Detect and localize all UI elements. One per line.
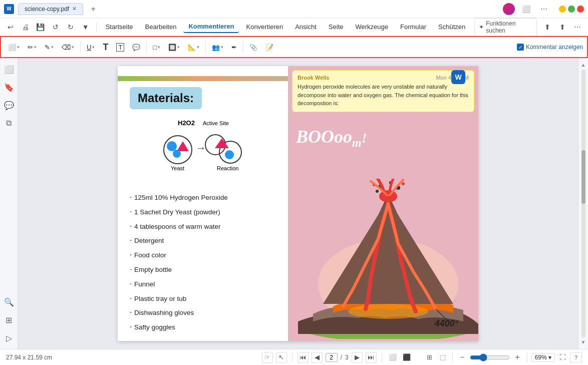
word-floating-icon[interactable]: W [451, 70, 465, 84]
more-options-icon[interactable]: ⋯ [537, 2, 551, 16]
page-navigation: ☞ ↖ ⏮ ◀ / 3 ▶ ⏭ ⬜ ⬛ [262, 352, 412, 363]
underline-dropdown-icon[interactable]: ▾ [92, 45, 95, 50]
next-page-button[interactable]: ▶ [352, 352, 363, 363]
title-bar-left: W science-copy.pdf ✕ + [4, 3, 503, 15]
menu-kommentieren[interactable]: Kommentieren [183, 21, 239, 33]
pencil-dropdown-icon[interactable]: ▾ [51, 45, 54, 50]
scroll-down-icon[interactable]: ▼ [581, 339, 586, 345]
measure-tool-button[interactable]: 📐 ▾ [185, 42, 202, 53]
scroll-up-icon[interactable]: ▲ [581, 62, 586, 68]
underline-tool-button[interactable]: U ▾ [84, 42, 98, 53]
last-page-button[interactable]: ⏭ [366, 352, 377, 363]
sidebar-pages-icon[interactable]: ⬜ [2, 62, 16, 76]
page-separator: / [341, 354, 342, 361]
prev-page-button[interactable]: ◀ [312, 352, 323, 363]
redo-icon[interactable]: ↻ [64, 20, 77, 34]
svg-point-20 [376, 190, 379, 193]
shape-tool-button[interactable]: □ ▾ [150, 42, 163, 53]
right-sidebar: ▲ ▼ [578, 58, 588, 349]
text-tool-button[interactable]: T [100, 40, 111, 55]
show-comment-toggle[interactable]: ✓ Kommentar anzeigen [517, 44, 583, 51]
pdf-page: Materials: H2O2 Active Site [118, 66, 478, 341]
help-button[interactable]: ? [570, 352, 582, 363]
more-menu-icon[interactable]: ⋯ [571, 20, 584, 34]
sidebar-layers-icon[interactable]: ⧉ [2, 116, 16, 130]
tab-item[interactable]: science-copy.pdf ✕ [18, 3, 83, 15]
save-icon[interactable]: 💾 [34, 20, 47, 34]
attach-icon: 📎 [249, 44, 257, 51]
eraser-icon: ⌫ [62, 44, 71, 51]
pointer-tool-button[interactable]: ↖ [276, 352, 287, 363]
select-tool-button[interactable]: ⬜ ▾ [5, 42, 23, 53]
current-page-input[interactable] [326, 353, 338, 362]
callout-tool-button[interactable]: 💬 [129, 42, 143, 53]
undo2-icon[interactable]: ↺ [49, 20, 62, 34]
pencil-tool-button[interactable]: ✎ ▾ [42, 42, 57, 53]
view-toggle-button[interactable]: ⬚ [437, 352, 448, 363]
menu-formular[interactable]: Formular [395, 21, 431, 33]
zoom-slider[interactable] [470, 353, 510, 361]
eraser-tool-button[interactable]: ⌫ ▾ [59, 42, 77, 53]
measure-icon: 📐 [188, 44, 196, 51]
menu-startseite[interactable]: Startseite [101, 21, 138, 33]
cursor-tool-button[interactable]: ☞ [262, 352, 273, 363]
path-tool-button[interactable]: ✒ [228, 42, 240, 53]
main-area: ⬜ 🔖 💬 ⧉ 🔍 ⊞ ▷ Materials: H2O2 [0, 58, 588, 349]
left-sidebar: ⬜ 🔖 💬 ⧉ 🔍 ⊞ ▷ [0, 58, 18, 349]
zoom-in-button[interactable]: ＋ [512, 352, 523, 363]
people-tool-button[interactable]: 👥 ▾ [209, 42, 226, 53]
add-tab-button[interactable]: + [87, 3, 99, 15]
annotate-tool-button[interactable]: ✏ ▾ [25, 42, 40, 53]
measure-dropdown-icon[interactable]: ▾ [197, 45, 199, 50]
sidebar-search-icon[interactable]: 🔍 [2, 295, 16, 309]
svg-marker-9 [215, 138, 229, 148]
share-icon[interactable]: ⬆ [541, 20, 554, 34]
sidebar-bookmark-icon[interactable]: 🔖 [2, 80, 16, 94]
annotate-dropdown-icon[interactable]: ▾ [34, 45, 37, 50]
zoom-sep [452, 352, 453, 362]
attach-tool-button[interactable]: 📎 [246, 42, 260, 53]
temperature-label: 4400° [435, 318, 458, 329]
minimize-button[interactable] [559, 6, 566, 13]
print-icon[interactable]: 🖨 [19, 20, 32, 34]
eraser-dropdown-icon[interactable]: ▾ [72, 45, 74, 50]
sidebar-layers2-icon[interactable]: ⊞ [2, 313, 16, 327]
sidebar-comment-icon[interactable]: 💬 [2, 98, 16, 112]
sidebar-expand-icon[interactable]: ▷ [2, 331, 16, 345]
list-item: Safty goggles [130, 320, 276, 334]
maximize-button[interactable] [568, 6, 575, 13]
fullscreen-button[interactable]: ⛶ [557, 352, 568, 363]
shape-dropdown-icon[interactable]: ▾ [158, 45, 160, 50]
upload-icon[interactable]: ⬆ [556, 20, 569, 34]
menu-konvertieren[interactable]: Konvertieren [241, 21, 288, 33]
avatar[interactable] [503, 3, 515, 15]
fit-width-button[interactable]: ⬛ [401, 352, 412, 363]
note-tool-button[interactable]: 📝 [262, 42, 276, 53]
fit-page-button[interactable]: ⬜ [387, 352, 398, 363]
stamp-dropdown-icon[interactable]: ▾ [177, 45, 180, 50]
zoom-level-display[interactable]: 69% ▾ [531, 353, 555, 362]
tab-close-icon[interactable]: ✕ [72, 6, 77, 12]
close-button[interactable] [577, 6, 584, 13]
svg-point-21 [402, 182, 405, 185]
search-functions-input[interactable]: ✦ Funktionen suchen [474, 18, 537, 36]
menu-ansicht[interactable]: Ansicht [290, 21, 322, 33]
view-options-button[interactable]: ⊞ [424, 352, 435, 363]
menu-bearbeiten[interactable]: Bearbeiten [140, 21, 182, 33]
zoom-dropdown-icon[interactable]: ▾ [548, 354, 551, 361]
undo-icon[interactable]: ↩ [4, 20, 17, 34]
textbox-tool-button[interactable]: T [113, 41, 127, 54]
select-dropdown-icon[interactable]: ▾ [17, 45, 20, 50]
dropdown-icon[interactable]: ▼ [79, 20, 92, 34]
menu-werkzeuge[interactable]: Werkzeuge [350, 21, 393, 33]
menu-seite[interactable]: Seite [324, 21, 349, 33]
comment-text: Hydrogen peroxide molecules are very uns… [298, 83, 469, 108]
zoom-out-button[interactable]: － [457, 352, 468, 363]
restore-icon[interactable]: ⬜ [519, 2, 533, 16]
stamp-tool-button[interactable]: 🔲 ▾ [165, 42, 183, 53]
first-page-button[interactable]: ⏮ [298, 352, 309, 363]
annotate-icon: ✏ [28, 44, 33, 51]
menu-schuetzen[interactable]: Schützen [433, 21, 470, 33]
people-dropdown-icon[interactable]: ▾ [221, 45, 223, 50]
pencil-icon: ✎ [45, 44, 50, 51]
